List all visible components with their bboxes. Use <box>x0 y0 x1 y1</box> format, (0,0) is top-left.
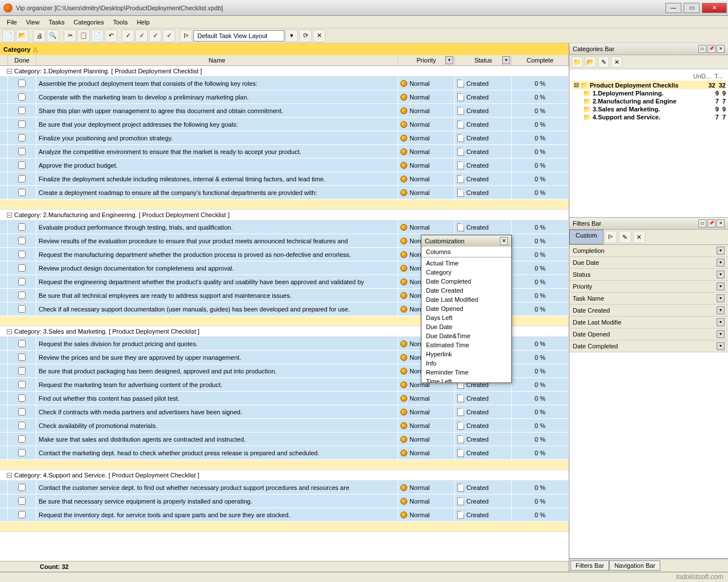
menu-view[interactable]: View <box>22 17 44 27</box>
filter-dropdown-icon[interactable]: ▾ <box>717 282 725 290</box>
done-checkbox[interactable] <box>18 367 26 375</box>
tb-copy[interactable]: 📋 <box>77 30 90 42</box>
done-checkbox[interactable] <box>18 175 26 182</box>
col-name[interactable]: Name <box>36 55 398 65</box>
customization-item[interactable]: Info <box>423 359 510 368</box>
filter-row[interactable]: Completion▾ <box>569 245 728 257</box>
customization-close-icon[interactable]: ✕ <box>500 237 508 245</box>
cat-tb-2[interactable]: 📂 <box>585 56 596 68</box>
tree-item[interactable]: 📁2.Manufacturing and Engine77 <box>572 97 726 105</box>
tb-new[interactable]: 📄 <box>2 30 15 42</box>
customization-item[interactable]: Category <box>423 268 510 277</box>
task-row[interactable]: Be sure that necessary service equipment… <box>0 494 569 508</box>
customization-item[interactable]: Due Date <box>423 322 510 331</box>
task-row[interactable]: Assemble the product deployment team tha… <box>0 77 569 90</box>
done-checkbox[interactable] <box>18 435 26 443</box>
tb-delete[interactable]: ✕ <box>313 30 325 42</box>
tree-item[interactable]: ⊟📁Product Deployment Checklis3232 <box>572 81 726 89</box>
done-checkbox[interactable] <box>18 354 26 361</box>
customization-item[interactable]: Days Left <box>423 313 510 322</box>
task-row[interactable]: Make sure that sales and distribution ag… <box>0 433 569 446</box>
done-checkbox[interactable] <box>18 394 26 402</box>
tb-task4[interactable]: ✓ <box>163 30 175 42</box>
menu-file[interactable]: File <box>2 17 22 27</box>
filter-row[interactable]: Due Date▾ <box>569 257 728 269</box>
task-row[interactable]: Analyze the competitive environment to e… <box>0 145 569 159</box>
filter-row[interactable]: Date Last Modifie▾ <box>569 317 728 329</box>
customization-item[interactable]: Date Opened <box>423 304 510 313</box>
customization-item[interactable]: Date Last Modified <box>423 295 510 304</box>
menu-categories[interactable]: Categories <box>69 17 109 27</box>
col-priority[interactable]: Priority▾ <box>398 55 455 65</box>
status-filter-icon[interactable]: ▾ <box>502 56 510 64</box>
fpanel-close-icon[interactable]: ✕ <box>717 219 725 227</box>
task-row[interactable]: Request the inventory dept. for service … <box>0 508 569 522</box>
customization-header[interactable]: Customization ✕ <box>421 235 511 247</box>
task-row[interactable]: Be sure that your deployment project add… <box>0 118 569 131</box>
task-row[interactable]: Approve the product budget.NormalCreated… <box>0 159 569 172</box>
done-checkbox[interactable] <box>18 134 26 142</box>
tb-task3[interactable]: ✓ <box>149 30 162 42</box>
done-checkbox[interactable] <box>18 381 26 388</box>
filter-row[interactable]: Status▾ <box>569 269 728 281</box>
done-checkbox[interactable] <box>18 107 26 114</box>
filter-dropdown-icon[interactable]: ▾ <box>717 330 725 338</box>
filter-dropdown-icon[interactable]: ▾ <box>717 306 725 314</box>
task-row[interactable]: Check availability of promotional materi… <box>0 419 569 433</box>
panel-pin-icon[interactable]: 📌 <box>708 45 715 53</box>
tb-layout-dd[interactable]: ▾ <box>286 30 298 42</box>
tree-item[interactable]: 📁4.Support and Service.77 <box>572 113 726 121</box>
tb-task2[interactable]: ✓ <box>135 30 148 42</box>
cat-tb-4[interactable]: ✕ <box>611 56 622 68</box>
layout-selector[interactable]: Default Task View Layout <box>193 30 284 41</box>
filter-row[interactable]: Date Created▾ <box>569 305 728 317</box>
tb-paste[interactable]: 📄 <box>91 30 104 42</box>
customization-item[interactable]: Date Completed <box>423 277 510 286</box>
panel-close-icon[interactable]: ✕ <box>717 45 725 53</box>
tb-task1[interactable]: ✓ <box>122 30 134 42</box>
customization-item[interactable]: Actual Time <box>423 259 510 268</box>
done-checkbox[interactable] <box>18 80 26 87</box>
filter-row[interactable]: Priority▾ <box>569 281 728 293</box>
done-checkbox[interactable] <box>18 189 26 196</box>
task-row[interactable]: Contact the marketing dept. head to chec… <box>0 446 569 460</box>
close-button[interactable]: ✕ <box>702 3 727 13</box>
done-checkbox[interactable] <box>18 148 26 155</box>
filter-tb-3[interactable]: ✕ <box>633 231 646 243</box>
tab-navigation-bar[interactable]: Navigation Bar <box>609 560 660 571</box>
fpanel-minimize-icon[interactable]: ▭ <box>698 219 706 227</box>
minimize-button[interactable]: — <box>665 3 681 13</box>
menu-tools[interactable]: Tools <box>109 17 133 27</box>
customization-item[interactable]: Time Left <box>423 377 510 383</box>
col-done[interactable]: Done <box>8 55 36 65</box>
filter-dropdown-icon[interactable]: ▾ <box>717 247 725 255</box>
task-row[interactable]: Contact the customer service dept. to fi… <box>0 481 569 494</box>
tb-flag[interactable]: 🏳 <box>180 30 192 42</box>
filter-row[interactable]: Date Completed▾ <box>569 340 728 352</box>
task-row[interactable]: Finalize the deployment schedule includi… <box>0 172 569 186</box>
category-row[interactable]: –Category: 1.Deployment Planning. [ Prod… <box>0 66 569 77</box>
filter-row[interactable]: Date Opened▾ <box>569 329 728 340</box>
maximize-button[interactable]: ▭ <box>684 3 700 13</box>
done-checkbox[interactable] <box>18 497 26 505</box>
priority-filter-icon[interactable]: ▾ <box>445 56 453 64</box>
done-checkbox[interactable] <box>18 484 26 491</box>
cat-tb-1[interactable]: 📁 <box>572 56 583 68</box>
group-by-bar[interactable]: Category△ <box>0 43 569 55</box>
done-checkbox[interactable] <box>18 223 26 231</box>
done-checkbox[interactable] <box>18 449 26 456</box>
collapse-icon[interactable]: – <box>7 213 12 218</box>
col-status[interactable]: Status▾ <box>455 55 512 65</box>
done-checkbox[interactable] <box>18 161 26 169</box>
filter-dropdown-icon[interactable]: ▾ <box>717 342 725 350</box>
filter-dropdown-icon[interactable]: ▾ <box>717 318 725 326</box>
collapse-icon[interactable]: – <box>7 473 12 478</box>
tb-refresh[interactable]: ⟳ <box>299 30 312 42</box>
category-row[interactable]: –Category: 2.Manufacturing and Engineeri… <box>0 210 569 221</box>
done-checkbox[interactable] <box>18 264 26 272</box>
tb-open[interactable]: 📂 <box>16 30 28 42</box>
done-checkbox[interactable] <box>18 93 26 101</box>
done-checkbox[interactable] <box>18 305 26 313</box>
tab-filters-bar[interactable]: Filters Bar <box>570 560 609 571</box>
done-checkbox[interactable] <box>18 422 26 429</box>
